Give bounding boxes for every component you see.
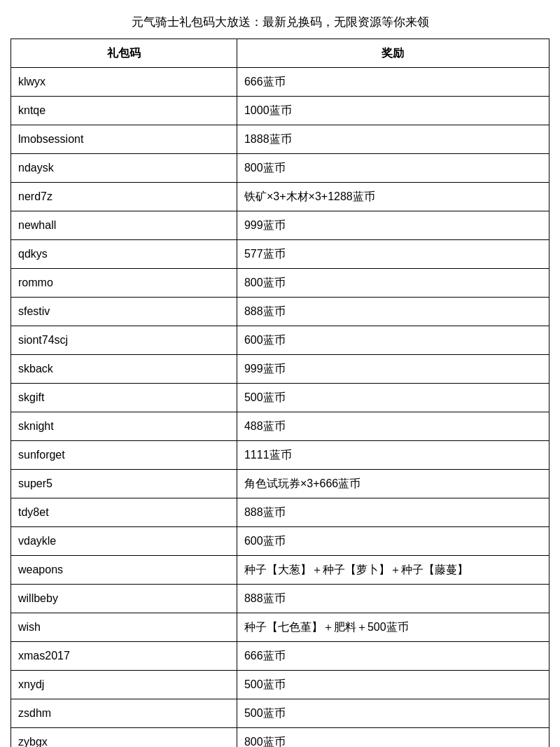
column-header-reward: 奖励 <box>237 39 549 68</box>
reward-cell: 500蓝币 <box>237 699 549 728</box>
reward-cell: 888蓝币 <box>237 585 549 613</box>
gift-code-cell: xmas2017 <box>11 642 237 671</box>
gift-code-cell: ndaysk <box>11 154 237 183</box>
gift-code-cell: xnydj <box>11 671 237 699</box>
table-row: super5角色试玩券×3+666蓝币 <box>11 470 550 498</box>
gift-code-cell: sknight <box>11 412 237 441</box>
gift-code-cell: sfestiv <box>11 298 237 326</box>
reward-cell: 500蓝币 <box>237 671 549 699</box>
reward-cell: 577蓝币 <box>237 240 549 269</box>
gift-code-cell: sunforget <box>11 441 237 470</box>
table-row: xnydj500蓝币 <box>11 671 550 699</box>
table-row: sunforget1111蓝币 <box>11 441 550 470</box>
gift-code-cell: kntqe <box>11 97 237 125</box>
reward-cell: 1888蓝币 <box>237 125 549 154</box>
table-row: sknight488蓝币 <box>11 412 550 441</box>
gift-code-cell: vdaykle <box>11 527 237 556</box>
reward-cell: 1000蓝币 <box>237 97 549 125</box>
table-row: rommo800蓝币 <box>11 269 550 298</box>
page-wrapper: 元气骑士礼包码大放送：最新兑换码，无限资源等你来领 礼包码 奖励 klwyx66… <box>0 0 560 747</box>
table-row: zybgx800蓝币 <box>11 728 550 748</box>
table-row: ndaysk800蓝币 <box>11 154 550 183</box>
table-row: wish种子【七色堇】＋肥料＋500蓝币 <box>11 613 550 642</box>
gift-code-cell: willbeby <box>11 585 237 613</box>
table-row: tdy8et888蓝币 <box>11 498 550 527</box>
reward-cell: 800蓝币 <box>237 154 549 183</box>
reward-cell: 888蓝币 <box>237 298 549 326</box>
table-row: lmobsessiont1888蓝币 <box>11 125 550 154</box>
table-row: siont74scj600蓝币 <box>11 326 550 355</box>
reward-cell: 铁矿×3+木材×3+1288蓝币 <box>237 183 549 211</box>
reward-cell: 888蓝币 <box>237 498 549 527</box>
table-row: weapons种子【大葱】＋种子【萝卜】＋种子【藤蔓】 <box>11 556 550 585</box>
table-row: sfestiv888蓝币 <box>11 298 550 326</box>
column-header-code: 礼包码 <box>11 39 237 68</box>
reward-cell: 种子【七色堇】＋肥料＋500蓝币 <box>237 613 549 642</box>
gift-code-cell: nerd7z <box>11 183 237 211</box>
reward-cell: 800蓝币 <box>237 728 549 748</box>
reward-cell: 999蓝币 <box>237 211 549 240</box>
gift-code-table: 礼包码 奖励 klwyx666蓝币kntqe1000蓝币lmobsessiont… <box>10 39 550 747</box>
gift-code-cell: weapons <box>11 556 237 585</box>
table-row: skgift500蓝币 <box>11 384 550 412</box>
reward-cell: 666蓝币 <box>237 642 549 671</box>
gift-code-cell: zybgx <box>11 728 237 748</box>
reward-cell: 500蓝币 <box>237 384 549 412</box>
reward-cell: 种子【大葱】＋种子【萝卜】＋种子【藤蔓】 <box>237 556 549 585</box>
reward-cell: 600蓝币 <box>237 326 549 355</box>
gift-code-cell: skback <box>11 355 237 384</box>
gift-code-cell: wish <box>11 613 237 642</box>
reward-cell: 1111蓝币 <box>237 441 549 470</box>
gift-code-cell: skgift <box>11 384 237 412</box>
reward-cell: 666蓝币 <box>237 68 549 97</box>
table-row: zsdhm500蓝币 <box>11 699 550 728</box>
gift-code-cell: siont74scj <box>11 326 237 355</box>
gift-code-cell: klwyx <box>11 68 237 97</box>
gift-code-cell: lmobsessiont <box>11 125 237 154</box>
gift-code-cell: zsdhm <box>11 699 237 728</box>
table-row: qdkys577蓝币 <box>11 240 550 269</box>
table-header-row: 礼包码 奖励 <box>11 39 550 68</box>
reward-cell: 800蓝币 <box>237 269 549 298</box>
page-title: 元气骑士礼包码大放送：最新兑换码，无限资源等你来领 <box>10 7 550 39</box>
gift-code-cell: rommo <box>11 269 237 298</box>
gift-code-cell: qdkys <box>11 240 237 269</box>
gift-code-cell: tdy8et <box>11 498 237 527</box>
reward-cell: 600蓝币 <box>237 527 549 556</box>
table-body: klwyx666蓝币kntqe1000蓝币lmobsessiont1888蓝币n… <box>11 68 550 748</box>
table-row: willbeby888蓝币 <box>11 585 550 613</box>
table-row: kntqe1000蓝币 <box>11 97 550 125</box>
table-row: klwyx666蓝币 <box>11 68 550 97</box>
table-row: nerd7z铁矿×3+木材×3+1288蓝币 <box>11 183 550 211</box>
table-row: xmas2017666蓝币 <box>11 642 550 671</box>
table-row: vdaykle600蓝币 <box>11 527 550 556</box>
gift-code-cell: super5 <box>11 470 237 498</box>
gift-code-cell: newhall <box>11 211 237 240</box>
table-row: newhall999蓝币 <box>11 211 550 240</box>
table-row: skback999蓝币 <box>11 355 550 384</box>
reward-cell: 488蓝币 <box>237 412 549 441</box>
reward-cell: 999蓝币 <box>237 355 549 384</box>
reward-cell: 角色试玩券×3+666蓝币 <box>237 470 549 498</box>
